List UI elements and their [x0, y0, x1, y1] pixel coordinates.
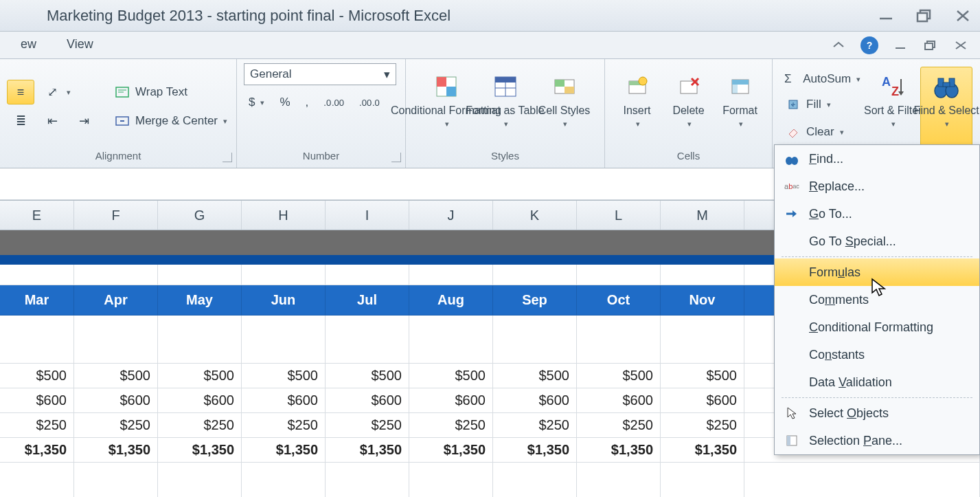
format-as-table-button[interactable]: Format as Table▾ — [477, 67, 534, 146]
cell[interactable]: $600 — [74, 388, 158, 413]
accounting-format-button[interactable]: $▾ — [244, 92, 269, 113]
cell[interactable]: $500 — [242, 364, 326, 388]
cell[interactable]: $250 — [242, 413, 326, 438]
menu-formulas[interactable]: Formulas — [775, 258, 979, 286]
delete-button[interactable]: Delete▾ — [663, 67, 714, 146]
cell[interactable]: $500 — [0, 364, 74, 388]
cell[interactable]: $500 — [661, 364, 744, 388]
menu-select-objects[interactable]: Select Objects — [775, 399, 979, 427]
menu-find[interactable]: Find... — [775, 145, 979, 173]
col-header[interactable]: H — [242, 201, 326, 230]
clear-button[interactable]: Clear▾ — [779, 120, 865, 144]
cell[interactable]: $500 — [158, 364, 242, 388]
cell[interactable]: $1,350 — [661, 438, 744, 463]
cell-styles-button[interactable]: Cell Styles▾ — [536, 67, 593, 146]
cell[interactable]: $600 — [158, 388, 242, 413]
alignment-launcher[interactable] — [223, 153, 232, 162]
cell[interactable]: $250 — [326, 413, 409, 438]
orientation-button[interactable]: ⤢▾ — [38, 80, 76, 104]
cell[interactable]: $250 — [0, 413, 74, 438]
insert-button[interactable]: Insert▾ — [612, 67, 662, 146]
cell[interactable]: $1,350 — [74, 438, 158, 463]
menu-replace[interactable]: abac Replace... — [775, 173, 979, 200]
month-header[interactable]: Jun — [242, 285, 326, 316]
find-select-button[interactable]: Find & Select▾ — [920, 67, 972, 146]
menu-conditional-formatting[interactable]: Conditional Formatting — [775, 313, 979, 341]
workbook-close-button[interactable] — [953, 39, 969, 52]
wrap-text-button[interactable]: Wrap Text — [109, 80, 232, 104]
cell[interactable]: $500 — [493, 364, 577, 388]
cell[interactable]: $500 — [577, 364, 661, 388]
cell[interactable]: $500 — [409, 364, 493, 388]
format-button[interactable]: Format▾ — [715, 67, 765, 146]
menu-goto-special[interactable]: Go To Special... — [775, 228, 979, 255]
comma-format-button[interactable]: , — [301, 92, 314, 113]
cell[interactable]: $600 — [326, 388, 409, 413]
col-header[interactable]: I — [326, 201, 409, 230]
workbook-restore-button[interactable] — [922, 39, 939, 52]
col-header[interactable]: M — [661, 201, 744, 230]
cell[interactable]: $1,350 — [158, 438, 242, 463]
cell[interactable]: $1,350 — [577, 438, 661, 463]
decrease-indent-button[interactable]: ⇤ — [38, 109, 66, 133]
month-header[interactable]: Nov — [661, 285, 744, 316]
month-header[interactable]: Apr — [74, 285, 158, 316]
menu-constants[interactable]: Constants — [775, 341, 979, 368]
cell[interactable]: $600 — [493, 388, 577, 413]
cell[interactable]: $1,350 — [493, 438, 577, 463]
tab-view[interactable]: View — [52, 32, 109, 58]
cell[interactable]: $1,350 — [326, 438, 409, 463]
increase-decimal-button[interactable]: .0 .00 — [319, 94, 349, 111]
cell[interactable]: $250 — [74, 413, 158, 438]
col-header[interactable]: F — [74, 201, 158, 230]
month-header[interactable]: Aug — [409, 285, 493, 316]
close-button[interactable] — [953, 6, 973, 25]
menu-selection-pane[interactable]: Selection Pane... — [775, 427, 979, 454]
number-launcher[interactable] — [391, 153, 401, 162]
cell[interactable]: $600 — [661, 388, 744, 413]
restore-button[interactable] — [914, 6, 935, 25]
cell[interactable]: $500 — [326, 364, 409, 388]
tab-ew[interactable]: ew — [5, 32, 52, 58]
menu-comments[interactable]: Comments — [775, 286, 979, 313]
cell[interactable]: $600 — [0, 388, 74, 413]
number-format-dropdown[interactable]: General▾ — [244, 63, 396, 85]
cell[interactable]: $1,350 — [242, 438, 326, 463]
cell[interactable]: $250 — [577, 413, 661, 438]
align-left-button[interactable]: ≣ — [7, 109, 34, 133]
fill-button[interactable]: Fill▾ — [779, 92, 865, 117]
cell[interactable]: $250 — [409, 413, 493, 438]
menu-goto[interactable]: Go To... — [775, 200, 979, 228]
increase-indent-button[interactable]: ⇥ — [70, 109, 98, 133]
sort-filter-button[interactable]: AZ Sort & Filter▾ — [869, 67, 916, 146]
month-header[interactable]: Mar — [0, 285, 74, 316]
cell[interactable]: $250 — [493, 413, 577, 438]
col-header[interactable]: J — [409, 201, 493, 230]
col-header[interactable]: G — [158, 201, 242, 230]
month-header[interactable]: Oct — [577, 285, 661, 316]
workbook-minimize-button[interactable] — [892, 39, 909, 52]
cell[interactable]: $600 — [577, 388, 661, 413]
cell[interactable]: $250 — [158, 413, 242, 438]
col-header[interactable]: L — [577, 201, 661, 230]
col-header[interactable]: K — [493, 201, 577, 230]
autosum-button[interactable]: Σ AutoSum▾ — [779, 69, 865, 89]
menu-data-validation[interactable]: Data Validation — [775, 368, 979, 396]
month-header[interactable]: Jul — [326, 285, 409, 316]
month-header[interactable]: May — [158, 285, 242, 316]
col-header[interactable]: E — [0, 201, 74, 230]
cell[interactable]: $1,350 — [409, 438, 493, 463]
collapse-ribbon-icon[interactable] — [830, 39, 847, 52]
cell[interactable]: $600 — [242, 388, 326, 413]
minimize-button[interactable] — [876, 6, 896, 25]
percent-format-button[interactable]: % — [275, 92, 295, 113]
cell[interactable]: $250 — [661, 413, 744, 438]
cell[interactable]: $600 — [409, 388, 493, 413]
help-icon[interactable]: ? — [861, 36, 878, 54]
month-header[interactable]: Sep — [493, 285, 577, 316]
cell[interactable]: $500 — [74, 364, 158, 388]
align-middle-button[interactable]: ≡ — [7, 80, 34, 104]
decrease-decimal-button[interactable]: .00 .0 — [354, 94, 385, 111]
cell[interactable]: $1,350 — [0, 438, 74, 463]
merge-center-button[interactable]: Merge & Center▾ — [109, 109, 232, 133]
